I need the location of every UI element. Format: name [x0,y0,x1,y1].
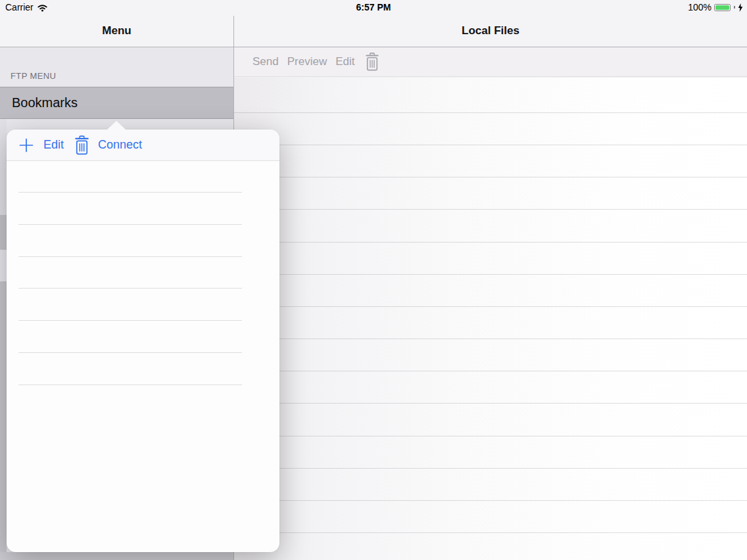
table-row-separator [18,256,242,257]
charging-bolt-icon [738,3,743,12]
preview-button[interactable]: Preview [287,55,327,68]
files-navbar: Local Files [234,16,747,47]
send-button[interactable]: Send [253,55,279,68]
table-row-separator [234,145,747,145]
edit-button[interactable]: Edit [335,55,354,68]
partially-hidden-cell [0,119,7,215]
menu-panel-bottom-strip [0,552,233,560]
table-row-separator [18,352,242,353]
table-row-separator [234,177,747,177]
popover-edit-button[interactable]: Edit [43,138,64,152]
clock: 6:57 PM [0,2,747,12]
table-row-separator [234,306,747,307]
battery-fill [715,5,729,10]
trash-icon [74,135,90,155]
partially-hidden-cell [0,281,7,552]
add-bookmark-button[interactable] [18,137,34,153]
table-row-separator [234,468,747,469]
menu-navbar: Menu [0,16,233,47]
table-row-separator [18,320,242,321]
ipad-screen: Carrier 6:57 PM 100% Menu F [0,0,747,560]
table-row-separator [234,371,747,371]
table-row-separator [18,385,242,385]
table-row-separator [234,436,747,436]
table-row-separator [234,338,747,339]
bookmarks-empty-list [7,161,279,552]
bookmarks-label: Bookmarks [12,95,78,110]
trash-icon[interactable] [364,53,380,71]
table-row-separator [234,112,747,113]
table-row-separator [234,500,747,501]
popover-toolbar: Edit Connect [7,129,279,161]
local-files-panel: Local Files Send Preview Edit [234,16,747,560]
table-row-separator [18,224,242,225]
status-bar: Carrier 6:57 PM 100% [0,0,747,16]
plus-icon [18,137,34,153]
popover-trash-button[interactable] [74,135,90,155]
table-row-separator [234,274,747,275]
battery-percent-label: 100% [688,2,711,12]
table-row-separator [234,532,747,533]
menu-panel-title: Menu [0,24,233,37]
connect-button[interactable]: Connect [98,138,142,152]
table-row-separator [18,288,242,289]
table-row-separator [234,209,747,210]
ftp-menu-section-header: FTP MENU [11,71,56,81]
table-row-separator [234,403,747,404]
bookmarks-popover: Edit Connect [7,129,279,552]
battery-icon [714,4,731,11]
table-row-separator [234,242,747,243]
partially-hidden-cell [0,250,7,281]
files-toolbar: Send Preview Edit [234,47,747,77]
battery-tip [734,6,735,9]
partially-hidden-cell [0,215,7,250]
files-panel-title: Local Files [234,24,747,37]
table-row-separator [18,192,242,193]
sidebar-item-bookmarks[interactable]: Bookmarks [0,87,233,119]
popover-arrow [107,121,126,129]
local-files-empty-list [234,78,747,560]
